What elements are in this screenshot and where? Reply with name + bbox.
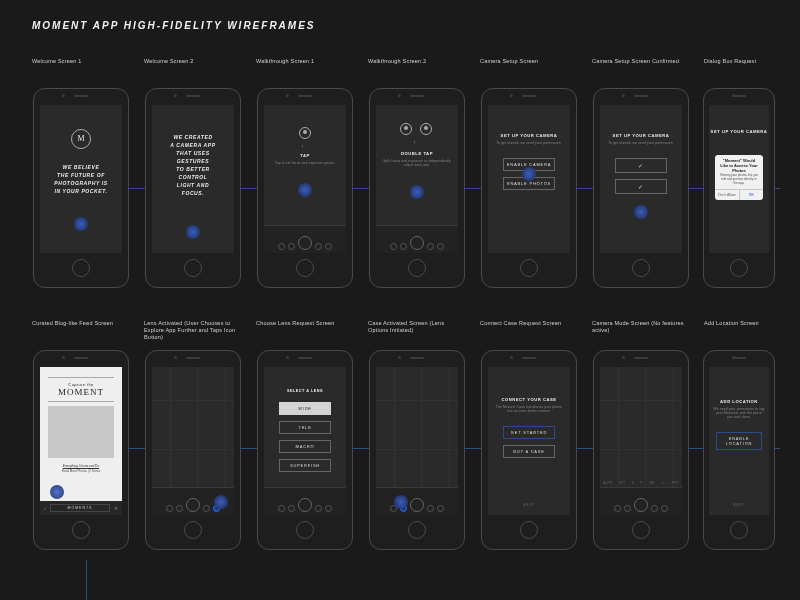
phone-mock: SET UP YOUR CAMERA To get started, we ne… <box>593 88 689 288</box>
dialog-ok-button[interactable]: OK <box>740 190 764 200</box>
dialog-title: "Moment" Would Like to Access Your Photo… <box>715 155 763 174</box>
phone-mock <box>369 350 465 550</box>
toolbar-circle-icon[interactable] <box>176 505 183 512</box>
toolbar-circle-icon[interactable] <box>400 243 407 250</box>
buy-case-button[interactable]: BUY A CASE <box>503 445 555 458</box>
toolbar-circle-icon[interactable] <box>325 243 332 250</box>
shutter-button[interactable] <box>410 236 424 250</box>
home-button[interactable] <box>408 259 426 277</box>
phone-mock: AUTO ISO S F WB +/- FPS <box>593 350 689 550</box>
frame-label: Add Location Screen <box>704 320 774 344</box>
toolbar-circle-icon[interactable] <box>325 505 332 512</box>
toolbar-circle-icon[interactable] <box>624 505 631 512</box>
feed-hero: MOMENT <box>58 387 104 397</box>
phone-mock: ADD LOCATION We need your permission to … <box>703 350 775 550</box>
home-button[interactable] <box>296 521 314 539</box>
get-started-button[interactable]: GET STARTED <box>503 426 555 439</box>
lens-option-superfish[interactable]: SUPERFISH <box>279 459 331 472</box>
toolbar-circle-icon[interactable] <box>203 505 210 512</box>
home-button[interactable] <box>408 521 426 539</box>
toolbar-circle-icon[interactable] <box>661 505 668 512</box>
toolbar-circle-icon[interactable] <box>288 243 295 250</box>
home-button[interactable] <box>72 259 90 277</box>
home-button[interactable] <box>730 521 748 539</box>
home-button[interactable] <box>520 521 538 539</box>
wireframe-row-1: Welcome Screen 1 M WE BELIEVE THE FUTURE… <box>32 58 800 288</box>
lens-option-macro[interactable]: MACRO <box>279 440 331 453</box>
toolbar-circle-icon[interactable] <box>315 505 322 512</box>
toolbar-circle-icon[interactable] <box>651 505 658 512</box>
dialog-dont-allow-button[interactable]: Don't Allow <box>715 190 740 200</box>
prev-arrow-icon[interactable]: ‹ <box>44 505 46 511</box>
toolbar-circle-icon[interactable] <box>166 505 173 512</box>
touch-indicator <box>410 185 424 199</box>
shutter-button[interactable] <box>298 236 312 250</box>
touch-indicator <box>522 167 536 181</box>
mode-row: ····· <box>152 479 234 487</box>
toolbar-circle-icon[interactable] <box>427 505 434 512</box>
frame-connect-case: Connect Case Request Screen CONNECT YOUR… <box>480 320 578 550</box>
home-button[interactable] <box>730 259 748 277</box>
toolbar-circle-icon[interactable] <box>288 505 295 512</box>
toolbar-circle-icon[interactable] <box>427 243 434 250</box>
screen <box>376 367 458 515</box>
feed-image-placeholder[interactable] <box>48 406 114 458</box>
phone-mock: ····· <box>145 350 241 550</box>
phone-mock: SET UP YOUR CAMERA To get started, we ne… <box>481 88 577 288</box>
touch-indicator <box>214 495 228 509</box>
toolbar-circle-icon[interactable] <box>437 505 444 512</box>
screen: Capture the MOMENT Everything I know and… <box>40 367 122 515</box>
screen: SELECT A LENS WIDE TELE MACRO SUPERFISH <box>264 367 346 515</box>
shutter-button[interactable] <box>410 498 424 512</box>
screen: AUTO ISO S F WB +/- FPS <box>600 367 682 515</box>
connect-subtitle: The Moment Case transforms your phone in… <box>488 405 570 413</box>
feed-tab-label[interactable]: MOMENTS <box>50 504 110 512</box>
permission-dialog: "Moment" Would Like to Access Your Photo… <box>715 155 763 200</box>
confirmed-button[interactable]: ✓ <box>615 179 667 194</box>
phone-mock: SELECT A LENS WIDE TELE MACRO SUPERFISH <box>257 350 353 550</box>
toolbar-circle-icon[interactable] <box>614 505 621 512</box>
feed-article-link[interactable]: Everything I know and Do <box>63 464 99 468</box>
camera-toolbar <box>264 487 346 515</box>
confirmed-button[interactable]: ✓ <box>615 158 667 173</box>
lens-option-tele[interactable]: TELE <box>279 421 331 434</box>
toolbar-circle-icon[interactable] <box>278 505 285 512</box>
home-button[interactable] <box>184 521 202 539</box>
welcome-body: WE BELIEVE THE FUTURE OF PHOTOGRAPHY IS … <box>46 163 116 195</box>
skip-link[interactable]: SKIP <box>523 503 534 507</box>
toolbar-circle-icon[interactable] <box>278 243 285 250</box>
frame-label: Camera Mode Screen (No features active) <box>592 320 690 344</box>
gesture-subtitle: Tap to set focus and exposure points. <box>272 161 338 165</box>
home-button[interactable] <box>632 259 650 277</box>
shutter-button[interactable] <box>186 498 200 512</box>
enable-location-button[interactable]: ENABLE LOCATION <box>716 432 762 450</box>
home-button[interactable] <box>184 259 202 277</box>
toolbar-circle-icon[interactable] <box>390 243 397 250</box>
camera-toolbar <box>376 487 458 515</box>
frame-label: Choose Lens Request Screen <box>256 320 354 344</box>
tap-dot <box>404 126 408 130</box>
skip-link[interactable]: SKIP <box>733 503 744 507</box>
tap-arrow-icon: ↑ <box>413 139 416 145</box>
touch-indicator <box>394 495 408 509</box>
close-icon[interactable]: ✕ <box>114 505 118 511</box>
home-button[interactable] <box>520 259 538 277</box>
frame-label: Case Activated Screen (Lens Options Init… <box>368 320 466 344</box>
phone-mock: WE CREATED A CAMERA APP THAT USES GESTUR… <box>145 88 241 288</box>
home-button[interactable] <box>296 259 314 277</box>
toolbar-circle-icon[interactable] <box>315 243 322 250</box>
touch-indicator <box>298 183 312 197</box>
shutter-button[interactable] <box>298 498 312 512</box>
toolbar-circle-icon[interactable] <box>437 243 444 250</box>
home-button[interactable] <box>632 521 650 539</box>
frame-feed: Curated Blog-like Feed Screen Capture th… <box>32 320 130 550</box>
frame-label: Dialog Box Request <box>704 58 774 82</box>
select-lens-title: SELECT A LENS <box>287 389 323 393</box>
lens-option-wide[interactable]: WIDE <box>279 402 331 415</box>
touch-indicator <box>74 217 88 231</box>
home-button[interactable] <box>72 521 90 539</box>
mode-row[interactable]: AUTO ISO S F WB +/- FPS <box>600 479 682 487</box>
frame-label: Walkthrough Screen 1 <box>256 58 354 82</box>
shutter-button[interactable] <box>634 498 648 512</box>
camera-toolbar <box>376 225 458 253</box>
